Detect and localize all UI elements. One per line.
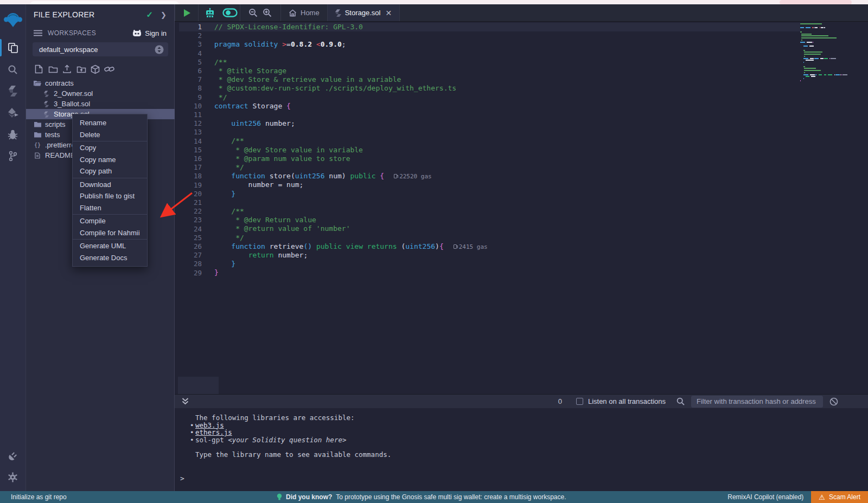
file-tree-item[interactable]: contracts xyxy=(26,78,175,88)
line-number[interactable]: 5 xyxy=(175,58,202,67)
context-menu-item[interactable]: Copy xyxy=(73,142,147,154)
line-number-gutter[interactable]: 1234567891011121314151617181920212223242… xyxy=(175,23,202,278)
init-git-repo-button[interactable]: Initialize as git repo xyxy=(11,493,67,501)
code-line: /** xyxy=(214,207,488,216)
run-script-button[interactable] xyxy=(175,4,198,21)
line-number[interactable]: 13 xyxy=(175,128,202,137)
search-icon[interactable] xyxy=(0,59,26,80)
copilot-toggle[interactable] xyxy=(220,4,240,21)
braces-icon: {} xyxy=(34,142,41,148)
new-file-icon[interactable] xyxy=(34,64,44,74)
line-number[interactable]: 28 xyxy=(175,260,202,268)
line-number[interactable]: 1 xyxy=(175,23,202,31)
terminal-search-icon[interactable] xyxy=(676,397,685,405)
zoom-in-icon[interactable] xyxy=(260,8,274,17)
listen-checkbox[interactable] xyxy=(576,398,583,405)
code-line: * @custom:dev-run-script ./scripts/deplo… xyxy=(214,84,488,93)
workspaces-row: WORKSPACES Sign in xyxy=(26,27,174,39)
line-number[interactable]: 4 xyxy=(175,49,202,58)
code-line: * @dev Return value xyxy=(214,216,488,224)
chevron-right-icon[interactable]: ❯ xyxy=(161,11,167,19)
minimap[interactable] xyxy=(800,23,861,82)
context-menu-item[interactable]: Copy path xyxy=(73,165,147,177)
line-number[interactable]: 9 xyxy=(175,93,202,102)
line-number[interactable]: 15 xyxy=(175,146,202,154)
tab-storage-sol[interactable]: Storage.sol ✕ xyxy=(328,4,400,21)
line-number[interactable]: 16 xyxy=(175,154,202,163)
file-explorer-icon[interactable] xyxy=(0,37,26,59)
context-menu-item[interactable]: Delete xyxy=(73,129,147,141)
line-number[interactable]: 8 xyxy=(175,84,202,93)
editor-bottom-highlight xyxy=(178,377,219,394)
code-content[interactable]: // SPDX-License-Identifier: GPL-3.0pragm… xyxy=(214,23,488,277)
terminal-line: •ethers.js xyxy=(190,429,391,436)
line-number[interactable]: 17 xyxy=(175,163,202,172)
gas-pump-icon xyxy=(394,174,397,178)
file-tree-label: contracts xyxy=(45,79,74,87)
line-number[interactable]: 26 xyxy=(175,242,202,251)
context-menu-item[interactable]: Generate UML xyxy=(73,240,147,252)
close-tab-icon[interactable]: ✕ xyxy=(385,9,392,17)
link-icon[interactable] xyxy=(104,64,114,74)
remix-logo-icon[interactable] xyxy=(0,9,26,31)
bullet: • xyxy=(190,436,195,444)
context-menu-item[interactable]: Copy name xyxy=(73,154,147,166)
upload-file-icon[interactable] xyxy=(62,64,72,74)
cube-icon[interactable] xyxy=(90,64,100,74)
line-number[interactable]: 24 xyxy=(175,225,202,234)
code-line: return number; xyxy=(214,251,488,260)
code-editor[interactable]: 1234567891011121314151617181920212223242… xyxy=(175,22,868,394)
panel-header: FILE EXPLORER ✓ ❯ xyxy=(26,8,174,22)
deploy-run-icon[interactable] xyxy=(0,102,26,124)
code-line: /** xyxy=(214,58,488,67)
main-area: Home Storage.sol ✕ 123456789101112131415… xyxy=(175,4,868,491)
code-line: * @title Storage xyxy=(214,67,488,75)
file-tree-item[interactable]: 2_Owner.sol xyxy=(26,88,175,99)
context-menu-item[interactable]: Compile for Nahmii xyxy=(73,227,147,239)
line-number[interactable]: 27 xyxy=(175,251,202,260)
file-tree-item[interactable]: 3_Ballot.sol xyxy=(26,99,175,109)
minimap-line xyxy=(800,80,861,82)
copilot-status[interactable]: RemixAI Copilot (enabled) xyxy=(727,493,803,501)
line-number[interactable]: 29 xyxy=(175,269,202,278)
terminal-prompt[interactable]: > xyxy=(180,474,184,482)
settings-gear-icon[interactable] xyxy=(0,466,26,488)
scam-alert-button[interactable]: ⚠ Scam Alert xyxy=(811,491,868,503)
menu-separator xyxy=(73,239,147,240)
context-menu-item[interactable]: Rename xyxy=(73,117,147,129)
ai-robot-icon[interactable] xyxy=(200,4,220,21)
context-menu-item[interactable]: Generate Docs xyxy=(73,252,147,264)
code-line xyxy=(214,31,488,40)
debugger-icon[interactable] xyxy=(0,124,26,145)
line-number[interactable]: 18 xyxy=(175,172,202,180)
tab-home[interactable]: Home xyxy=(281,4,327,21)
plugin-manager-icon[interactable] xyxy=(0,444,26,466)
hamburger-menu-icon[interactable] xyxy=(34,30,42,36)
line-number[interactable]: 14 xyxy=(175,137,202,146)
line-number[interactable]: 11 xyxy=(175,111,202,119)
bullet: • xyxy=(190,422,195,429)
file-actions-toolbar xyxy=(34,64,114,74)
terminal[interactable]: The following libraries are accessible:•… xyxy=(175,408,868,491)
line-number[interactable]: 6 xyxy=(175,67,202,75)
clear-terminal-icon[interactable] xyxy=(829,397,838,406)
solidity-compiler-icon[interactable] xyxy=(0,80,26,102)
dropdown-stepper-icon xyxy=(155,45,164,54)
transaction-filter-input[interactable] xyxy=(691,396,823,408)
terminal-header[interactable]: 0 Listen on all transactions xyxy=(175,394,868,408)
double-chevron-down-icon[interactable] xyxy=(181,397,189,405)
line-number[interactable]: 10 xyxy=(175,102,202,111)
workspace-dropdown[interactable]: default_workspace xyxy=(33,42,168,56)
line-number[interactable]: 12 xyxy=(175,119,202,128)
upload-folder-icon[interactable] xyxy=(76,64,86,74)
new-folder-icon[interactable] xyxy=(48,64,58,74)
did-you-know-tip: Did you know? To prototype using the Gno… xyxy=(277,493,566,501)
line-number[interactable]: 3 xyxy=(175,40,202,49)
line-number[interactable]: 25 xyxy=(175,234,202,242)
lightbulb-icon xyxy=(277,493,282,501)
zoom-out-icon[interactable] xyxy=(246,8,260,17)
sign-in-button[interactable]: Sign in xyxy=(132,29,167,37)
line-number[interactable]: 7 xyxy=(175,75,202,84)
line-number[interactable]: 2 xyxy=(175,31,202,40)
git-icon[interactable] xyxy=(0,145,26,167)
